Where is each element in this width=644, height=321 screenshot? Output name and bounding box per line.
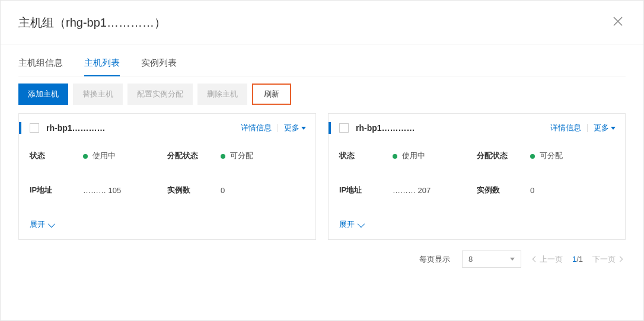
status-value: 使用中 <box>83 150 116 161</box>
alloc-status-label: 分配状态 <box>167 150 221 161</box>
host-card: rh-bp1………… 详情信息 更多 状态 使用中 <box>18 113 316 240</box>
chevron-right-icon <box>617 256 623 262</box>
page-indicator: 1/1 <box>572 255 583 264</box>
status-dot-icon <box>221 154 225 159</box>
host-group-modal: 主机组（rhg-bp1…………） 主机组信息 主机列表 实例列表 添加主机 替换… <box>0 0 644 321</box>
tab-instance-list[interactable]: 实例列表 <box>141 57 177 76</box>
detail-info-link[interactable]: 详情信息 <box>241 123 272 133</box>
alloc-status-value: 可分配 <box>530 150 563 161</box>
refresh-button[interactable]: 刷新 <box>252 84 291 105</box>
divider <box>587 124 588 132</box>
more-dropdown[interactable]: 更多 <box>284 123 306 133</box>
prev-page-button[interactable]: 上一页 <box>533 254 563 265</box>
instance-count-value: 0 <box>530 186 534 195</box>
toolbar: 添加主机 替换主机 配置实例分配 删除主机 刷新 <box>18 76 626 113</box>
expand-link[interactable]: 展开 <box>30 219 53 233</box>
card-accent <box>329 122 331 134</box>
ip-label: IP地址 <box>339 185 393 195</box>
status-label: 状态 <box>30 150 83 161</box>
card-accent <box>19 122 21 134</box>
replace-host-button[interactable]: 替换主机 <box>73 84 123 105</box>
host-name: rh-bp1………… <box>356 123 415 133</box>
status-label: 状态 <box>339 150 393 161</box>
ip-value: ……… 207 <box>393 186 431 195</box>
status-dot-icon <box>83 154 88 159</box>
host-name: rh-bp1………… <box>46 123 106 133</box>
status-value: 使用中 <box>393 150 425 161</box>
chevron-down-icon <box>510 258 515 261</box>
delete-host-button[interactable]: 删除主机 <box>197 84 247 105</box>
modal-title: 主机组（rhg-bp1…………） <box>18 15 166 31</box>
host-checkbox[interactable] <box>339 123 349 133</box>
add-host-button[interactable]: 添加主机 <box>18 84 68 105</box>
chevron-down-icon <box>358 220 365 227</box>
host-card: rh-bp1………… 详情信息 更多 状态 使用中 <box>328 113 626 240</box>
tabs: 主机组信息 主机列表 实例列表 <box>18 44 626 76</box>
modal-header: 主机组（rhg-bp1…………） <box>1 1 643 44</box>
tab-host-group-info[interactable]: 主机组信息 <box>18 57 63 76</box>
instance-count-label: 实例数 <box>167 185 221 195</box>
status-dot-icon <box>530 154 535 159</box>
chevron-down-icon <box>611 127 616 130</box>
host-checkbox[interactable] <box>30 123 39 133</box>
alloc-status-label: 分配状态 <box>477 150 530 161</box>
detail-info-link[interactable]: 详情信息 <box>550 123 581 133</box>
page-size-label: 每页显示 <box>419 254 450 265</box>
next-page-button[interactable]: 下一页 <box>592 254 622 265</box>
more-dropdown[interactable]: 更多 <box>594 123 616 133</box>
tab-host-list[interactable]: 主机列表 <box>84 57 120 76</box>
ip-label: IP地址 <box>30 185 83 195</box>
pagination: 每页显示 8 上一页 1/1 下一页 <box>18 240 626 268</box>
chevron-left-icon <box>532 256 538 262</box>
config-instance-allocation-button[interactable]: 配置实例分配 <box>127 84 193 105</box>
alloc-status-value: 可分配 <box>221 150 253 161</box>
expand-link[interactable]: 展开 <box>339 219 363 233</box>
divider <box>278 124 278 132</box>
chevron-down-icon <box>48 220 56 227</box>
instance-count-label: 实例数 <box>477 185 530 195</box>
status-dot-icon <box>393 154 397 159</box>
host-cards: rh-bp1………… 详情信息 更多 状态 使用中 <box>18 113 626 240</box>
close-icon[interactable] <box>610 14 626 32</box>
chevron-down-icon <box>301 127 306 130</box>
instance-count-value: 0 <box>221 186 225 195</box>
page-size-select[interactable]: 8 <box>462 251 521 268</box>
ip-value: ……… 105 <box>83 186 121 195</box>
